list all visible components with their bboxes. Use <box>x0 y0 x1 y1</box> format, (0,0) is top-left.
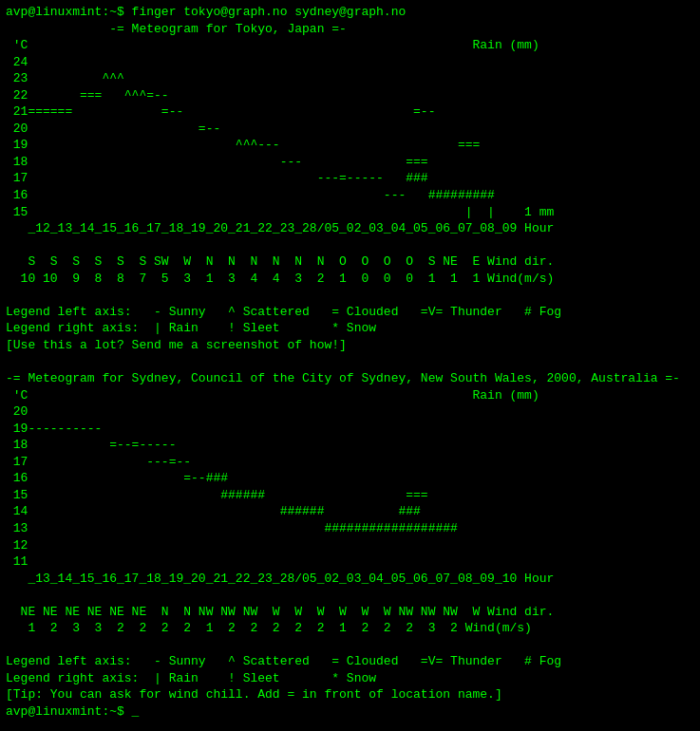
terminal-output: avp@linuxmint:~$ finger tokyo@graph.no s… <box>6 4 694 721</box>
terminal-window: avp@linuxmint:~$ finger tokyo@graph.no s… <box>6 4 694 721</box>
